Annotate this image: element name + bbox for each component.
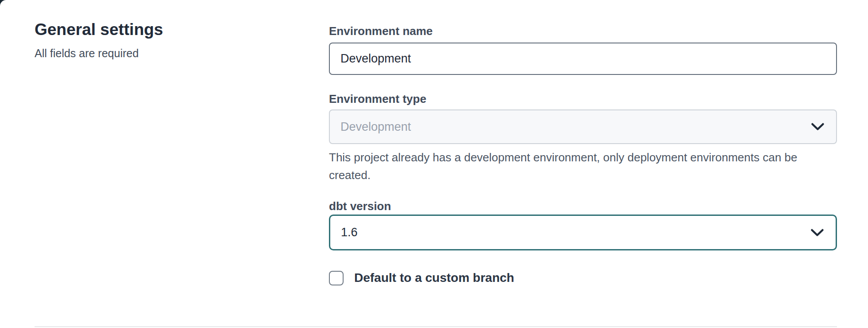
chevron-down-icon: [811, 123, 825, 131]
page-title: General settings: [35, 20, 283, 40]
custom-branch-row[interactable]: Default to a custom branch: [329, 270, 837, 286]
environment-type-value: Development: [340, 120, 411, 134]
section-divider: [35, 326, 837, 327]
dbt-version-value: 1.6: [341, 226, 358, 239]
environment-type-select: Development: [329, 109, 837, 144]
general-settings-form: Environment name Environment type Develo…: [329, 20, 837, 286]
chevron-down-icon: [810, 228, 824, 237]
settings-page: General settings All fields are required…: [0, 0, 868, 328]
custom-branch-checkbox[interactable]: [329, 271, 344, 285]
environment-name-input[interactable]: [329, 43, 837, 75]
dbt-version-label: dbt version: [329, 199, 837, 213]
section-intro: General settings All fields are required: [35, 20, 283, 60]
helper-line: created.: [329, 166, 837, 184]
screenshot-viewport: General settings All fields are required…: [0, 0, 868, 328]
environment-name-label: Environment name: [329, 24, 837, 38]
environment-type-helper: This project already has a development e…: [329, 148, 837, 184]
dbt-version-select[interactable]: 1.6: [329, 215, 837, 250]
helper-line: This project already has a development e…: [329, 148, 837, 166]
environment-type-label: Environment type: [329, 92, 837, 106]
custom-branch-label: Default to a custom branch: [354, 270, 514, 286]
page-subtitle: All fields are required: [35, 47, 283, 60]
